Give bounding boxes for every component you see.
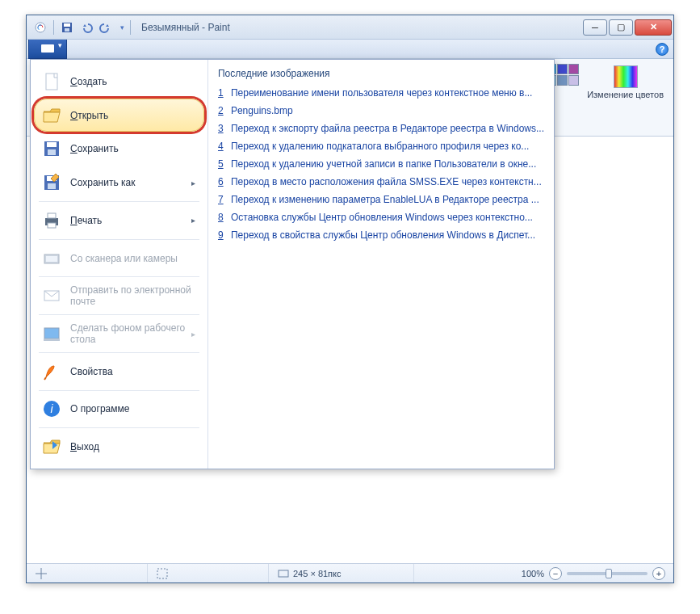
menu-item-wallpaper: Сделать фоном рабочего стола: [34, 317, 204, 351]
edit-colors-label: Изменение цветов: [587, 90, 664, 99]
menu-item-label: Со сканера или камеры: [70, 253, 178, 264]
menu-item-label: Сохранить: [70, 143, 119, 154]
qa-redo-button[interactable]: [97, 19, 115, 36]
qa-sep-2: [130, 20, 131, 35]
svg-rect-12: [48, 183, 56, 189]
saveas-icon: [41, 172, 62, 193]
recent-list: 1Переименование имени пользователя через…: [218, 84, 544, 244]
recent-item[interactable]: 4Переход к удалению подкаталога выбранно…: [218, 137, 544, 155]
wallpaper-icon: [41, 323, 62, 344]
window-title: Безымянный - Paint: [141, 22, 230, 33]
recent-text: Переход к экспорту файла реестра в Редак…: [231, 123, 544, 134]
menu-separator: [39, 314, 199, 315]
zoom-slider[interactable]: [567, 572, 648, 575]
file-tab-icon: [41, 44, 54, 53]
recent-item[interactable]: 6Переход в место расположения файла SMSS…: [218, 173, 544, 191]
zoom-in-button[interactable]: +: [652, 567, 665, 580]
menu-item-about[interactable]: iО программе: [34, 393, 204, 427]
svg-rect-20: [44, 339, 60, 341]
dimensions-icon: [277, 567, 290, 580]
file-menu-left: СоздатьОткрытьСохранитьСохранить какПеча…: [31, 60, 208, 469]
recent-text: Переход в свойства службы Центр обновлен…: [231, 229, 535, 241]
zoom-thumb[interactable]: [606, 569, 612, 578]
svg-rect-4: [157, 569, 167, 578]
menu-item-save[interactable]: Сохранить: [34, 132, 204, 166]
color-swatch[interactable]: [557, 64, 568, 74]
email-icon: [41, 285, 62, 306]
menu-separator: [39, 201, 199, 202]
save-icon: [41, 138, 62, 159]
menu-separator: [39, 390, 199, 391]
selection-cell: [148, 564, 269, 582]
recent-item[interactable]: 3Переход к экспорту файла реестра в Реда…: [218, 120, 544, 137]
menu-item-open[interactable]: Открыть: [34, 99, 204, 132]
recent-text: Переход к изменению параметра EnableLUA …: [231, 194, 539, 205]
svg-point-0: [36, 23, 45, 32]
svg-rect-15: [48, 223, 56, 228]
zoom-label: 100%: [522, 569, 544, 578]
filesize-cell: [414, 564, 513, 582]
menu-item-label: О программе: [70, 403, 129, 414]
recent-item[interactable]: 8Остановка службы Центр обновления Windo…: [218, 208, 544, 226]
help-button[interactable]: ?: [656, 43, 669, 56]
recent-item[interactable]: 2Penguins.bmp: [218, 102, 544, 120]
recent-text: Переход в место расположения файла SMSS.…: [231, 176, 542, 187]
recent-num: 4: [218, 141, 226, 152]
zoom-controls: 100% − +: [513, 567, 673, 580]
menu-item-create[interactable]: Создать: [34, 65, 204, 99]
maximize-button[interactable]: ▢: [609, 19, 633, 36]
svg-rect-17: [46, 256, 57, 262]
window-controls: ─ ▢ ✕: [583, 19, 673, 36]
menu-item-label: Сохранить как: [70, 177, 135, 188]
zoom-out-button[interactable]: −: [549, 567, 562, 580]
cursor-pos-cell: [27, 564, 148, 582]
qa-undo-button[interactable]: [78, 19, 95, 36]
color-swatch[interactable]: [568, 75, 579, 86]
recent-num: 6: [218, 176, 226, 187]
menu-separator: [39, 352, 199, 353]
menu-separator: [39, 427, 199, 428]
colors-group: Изменение цветов: [546, 64, 667, 136]
svg-rect-5: [279, 570, 288, 577]
svg-rect-9: [48, 149, 56, 155]
svg-rect-14: [48, 213, 56, 218]
recent-item[interactable]: 7Переход к изменению параметра EnableLUA…: [218, 191, 544, 208]
menu-item-label: Создать: [70, 76, 107, 87]
menu-item-props[interactable]: Свойства: [34, 355, 204, 389]
edit-colors-button[interactable]: Изменение цветов: [584, 64, 667, 101]
dimensions-text: 245 × 81пкс: [293, 569, 342, 578]
recent-num: 9: [218, 229, 226, 241]
color-swatch[interactable]: [568, 64, 579, 74]
qa-save-button[interactable]: [58, 19, 76, 36]
dimensions-cell: 245 × 81пкс: [269, 564, 414, 582]
menu-item-exit[interactable]: Выход: [34, 430, 204, 464]
app-icon[interactable]: [31, 19, 49, 36]
menu-item-label: Сделать фоном рабочего стола: [70, 322, 203, 345]
create-icon: [41, 71, 62, 92]
file-menu: СоздатьОткрытьСохранитьСохранить какПеча…: [30, 59, 555, 469]
menu-item-print[interactable]: Печать: [34, 204, 204, 238]
menu-item-scanner: Со сканера или камеры: [34, 242, 204, 275]
recent-num: 1: [218, 87, 226, 99]
titlebar: ▾ Безымянный - Paint ─ ▢ ✕: [27, 15, 673, 40]
menu-item-label: Отправить по электронной почте: [70, 284, 203, 307]
qa-customize-button[interactable]: ▾: [116, 19, 128, 36]
selection-icon: [156, 567, 169, 580]
paint-window: ▾ Безымянный - Paint ─ ▢ ✕ ? Изменение ц…: [26, 15, 674, 583]
recent-num: 7: [218, 194, 226, 205]
recent-item[interactable]: 5Переход к удалению учетной записи в пап…: [218, 155, 544, 173]
minimize-button[interactable]: ─: [583, 19, 607, 36]
color-swatch[interactable]: [557, 75, 568, 86]
file-tab[interactable]: [28, 40, 67, 59]
open-icon: [41, 105, 62, 126]
recent-num: 5: [218, 158, 226, 170]
recent-item[interactable]: 1Переименование имени пользователя через…: [218, 84, 544, 102]
menu-separator: [39, 239, 199, 240]
menu-item-email: Отправить по электронной почте: [34, 279, 204, 313]
menu-item-saveas[interactable]: Сохранить как: [34, 166, 204, 200]
file-menu-right: Последние изображения 1Переименование им…: [208, 60, 554, 469]
recent-item[interactable]: 9Переход в свойства службы Центр обновле…: [218, 226, 544, 244]
menu-item-label: Печать: [70, 215, 102, 226]
statusbar: 245 × 81пкс 100% − +: [27, 563, 673, 582]
close-button[interactable]: ✕: [635, 19, 672, 36]
